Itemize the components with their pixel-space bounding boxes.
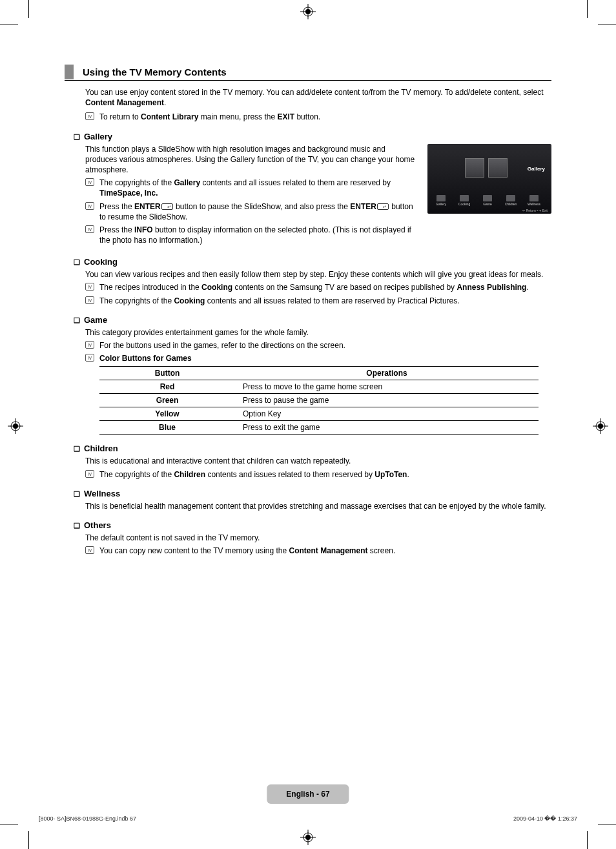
note-icon: N: [85, 470, 94, 478]
children-note: N The copyrights of the Children content…: [85, 469, 551, 480]
table-header: Button: [99, 367, 235, 380]
registration-mark-icon: [300, 830, 316, 845]
color-buttons-table: Button Operations RedPress to move to th…: [99, 366, 539, 435]
gallery-footer: ↩ Return • ⇥ Exit: [522, 209, 548, 212]
others-body: The default content is not saved in the …: [85, 533, 551, 543]
gallery-label: Gallery: [528, 166, 545, 172]
gallery-nav-icon: Game: [480, 195, 495, 206]
gallery-nav-icon: Children: [504, 195, 518, 206]
game-body: This category provides entertainment gam…: [85, 327, 551, 338]
subheading-wellness: Wellness: [74, 489, 551, 498]
crop-mark: [0, 25, 18, 25]
note-icon: N: [85, 178, 94, 186]
table-row: GreenPress to pause the game: [99, 394, 539, 407]
registration-mark-icon: [593, 418, 608, 434]
gallery-note: N Press the INFO button to display infor…: [85, 225, 416, 245]
gallery-note: N Press the ENTER↵ button to pause the S…: [85, 201, 416, 222]
intro-text: You can use enjoy content stored in the …: [85, 87, 551, 108]
subheading-game: Game: [74, 315, 551, 325]
section-heading: Using the TV Memory Contents: [65, 65, 551, 79]
table-row: RedPress to move to the game home screen: [99, 380, 539, 394]
crop-mark: [598, 25, 616, 25]
gallery-nav-icon: Wellness: [527, 195, 541, 206]
note-icon: N: [85, 546, 94, 554]
note-icon: N: [85, 296, 94, 304]
gallery-nav-icon: Cooking: [457, 195, 471, 206]
note-icon: N: [85, 354, 94, 362]
note-icon: N: [85, 283, 94, 291]
subheading-children: Children: [74, 444, 551, 453]
subheading-others: Others: [74, 520, 551, 530]
crop-mark: [0, 824, 18, 824]
note-icon: N: [85, 225, 94, 233]
gallery-thumb: [488, 158, 508, 178]
crop-mark: [587, 0, 588, 18]
gallery-note: N The copyrights of the Gallery contents…: [85, 178, 416, 198]
cooking-note: N The copyrights of the Cooking contents…: [85, 296, 551, 306]
registration-mark-icon: [300, 4, 316, 19]
page-content: Using the TV Memory Contents You can use…: [65, 65, 551, 558]
print-info-right: 2009-04-10 �� 1:26:37: [513, 815, 577, 822]
gallery-body: This function plays a SlideShow with hig…: [85, 144, 416, 176]
gallery-screenshot: Gallery Gallery Cooking Game Children We…: [427, 144, 551, 214]
game-note: N For the buttons used in the games, ref…: [85, 340, 551, 351]
gallery-thumb: [465, 158, 484, 178]
section-rule: [65, 80, 551, 81]
crop-mark: [28, 0, 29, 18]
table-row: YellowOption Key: [99, 407, 539, 421]
crop-mark: [598, 824, 616, 824]
subheading-cooking: Cooking: [74, 257, 551, 267]
registration-mark-icon: [8, 418, 23, 434]
subheading-gallery: Gallery: [74, 132, 551, 141]
print-info-left: [8000- SA]BN68-01988G-Eng.indb 67: [39, 815, 136, 822]
note-icon: N: [85, 202, 94, 210]
page-footer: English - 67: [267, 784, 349, 804]
others-note: N You can copy new content to the TV mem…: [85, 546, 551, 556]
gallery-nav-icon: Gallery: [434, 195, 448, 206]
wellness-body: This is beneficial health management con…: [85, 501, 551, 511]
children-body: This is educational and interactive cont…: [85, 456, 551, 466]
note-icon: N: [85, 112, 94, 120]
cooking-note: N The recipes introduced in the Cooking …: [85, 282, 551, 292]
cooking-body: You can view various recipes and then ea…: [85, 269, 551, 280]
enter-icon: ↵: [377, 203, 389, 210]
crop-mark: [587, 831, 588, 849]
intro-note: N To return to Content Library main menu…: [85, 112, 551, 122]
crop-mark: [28, 831, 29, 849]
game-note: N Color Buttons for Games: [85, 353, 551, 363]
table-header: Operations: [235, 367, 539, 380]
table-row: BluePress to exit the game: [99, 421, 539, 435]
note-icon: N: [85, 341, 94, 349]
enter-icon: ↵: [161, 203, 173, 210]
